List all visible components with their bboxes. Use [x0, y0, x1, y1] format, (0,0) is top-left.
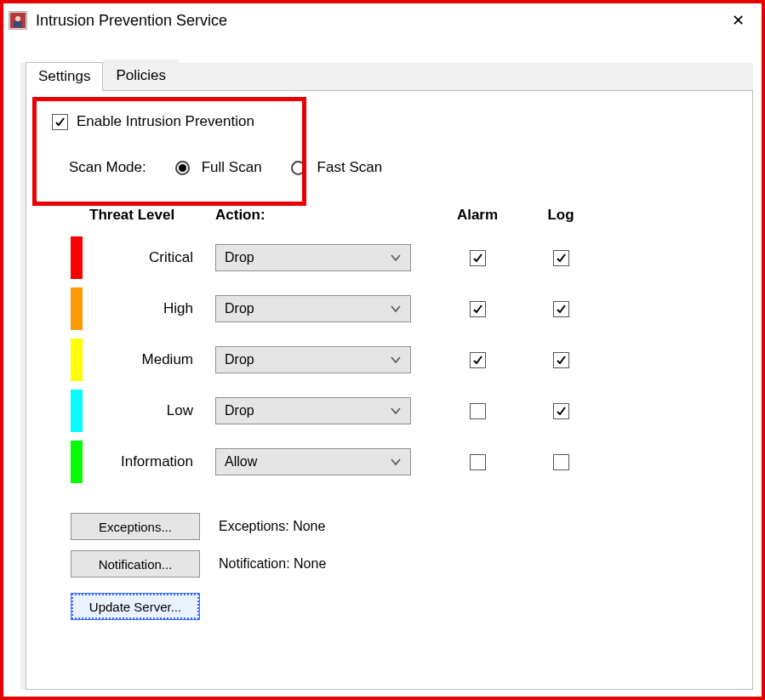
threat-row: HighDrop — [71, 283, 735, 334]
alarm-checkbox[interactable] — [470, 403, 486, 419]
action-select[interactable]: Drop — [215, 295, 411, 322]
notification-button[interactable]: Notification... — [71, 550, 200, 578]
enable-row: Enable Intrusion Prevention — [52, 113, 735, 130]
radio-fast-scan[interactable] — [291, 161, 305, 175]
threat-grid: Threat Level Action: Alarm Log CriticalD… — [71, 207, 735, 487]
close-icon: ✕ — [732, 11, 745, 30]
title-bar: Intrusion Prevention Service ✕ — [3, 3, 762, 37]
radio-full-scan-label: Full Scan — [202, 159, 262, 176]
close-button[interactable]: ✕ — [721, 7, 755, 34]
threat-color-swatch — [71, 390, 83, 432]
threat-name: High — [89, 300, 208, 317]
threat-name: Medium — [89, 351, 208, 368]
threat-color-swatch — [71, 441, 83, 483]
alarm-checkbox[interactable] — [470, 454, 486, 470]
threat-color-swatch — [71, 339, 83, 381]
bottom-section: Exceptions... Exceptions: None Notificat… — [71, 513, 735, 620]
chevron-down-icon — [390, 353, 402, 367]
tab-policies[interactable]: Policies — [103, 60, 179, 90]
update-server-button[interactable]: Update Server... — [71, 593, 200, 620]
action-select[interactable]: Drop — [215, 346, 411, 373]
threat-color-swatch — [71, 287, 83, 330]
scan-mode-row: Scan Mode: Full Scan Fast Scan — [69, 159, 735, 176]
threat-row: CriticalDrop — [71, 232, 735, 283]
client-area: Settings Policies Enable Intrusion Preve… — [20, 63, 753, 690]
svg-point-2 — [15, 16, 20, 21]
window-title: Intrusion Prevention Service — [36, 12, 721, 30]
exceptions-status: Exceptions: None — [219, 519, 325, 534]
action-value: Drop — [225, 301, 254, 316]
action-value: Allow — [225, 454, 257, 470]
alarm-checkbox[interactable] — [470, 352, 486, 368]
exceptions-button[interactable]: Exceptions... — [71, 513, 200, 540]
header-alarm: Alarm — [457, 207, 498, 224]
action-value: Drop — [225, 250, 254, 265]
threat-row: LowDrop — [71, 385, 735, 436]
action-value: Drop — [225, 403, 254, 418]
threat-name: Low — [89, 402, 208, 419]
notification-status: Notification: None — [219, 556, 326, 572]
chevron-down-icon — [390, 302, 402, 316]
threat-name: Information — [89, 453, 208, 470]
action-select[interactable]: Drop — [215, 397, 411, 424]
log-checkbox[interactable] — [553, 352, 569, 368]
app-window: Intrusion Prevention Service ✕ Settings … — [0, 0, 765, 700]
threat-row: InformationAllow — [71, 436, 735, 487]
alarm-checkbox[interactable] — [470, 301, 486, 317]
header-action: Action: — [215, 207, 428, 224]
button-label: Notification... — [99, 557, 173, 572]
tab-strip: Settings Policies — [26, 61, 179, 90]
action-value: Drop — [225, 352, 254, 367]
scan-mode-label: Scan Mode: — [69, 159, 146, 176]
chevron-down-icon — [390, 455, 402, 469]
log-checkbox[interactable] — [553, 250, 569, 266]
button-label: Update Server... — [89, 600, 181, 614]
radio-fast-scan-label: Fast Scan — [317, 159, 383, 176]
tab-label: Settings — [38, 68, 90, 84]
threat-color-swatch — [71, 236, 83, 279]
radio-full-scan[interactable] — [175, 161, 190, 175]
threat-row: MediumDrop — [71, 334, 735, 385]
tab-label: Policies — [116, 67, 166, 83]
log-checkbox[interactable] — [553, 454, 569, 470]
action-select[interactable]: Drop — [215, 244, 411, 271]
chevron-down-icon — [390, 251, 402, 265]
svg-rect-3 — [14, 21, 22, 27]
log-checkbox[interactable] — [553, 301, 569, 317]
action-select[interactable]: Allow — [215, 448, 411, 475]
enable-label: Enable Intrusion Prevention — [77, 113, 254, 130]
button-label: Exceptions... — [99, 520, 172, 534]
threat-name: Critical — [89, 249, 208, 266]
alarm-checkbox[interactable] — [470, 250, 486, 266]
threat-grid-header: Threat Level Action: Alarm Log — [71, 207, 735, 224]
log-checkbox[interactable] — [553, 403, 569, 419]
chevron-down-icon — [390, 404, 402, 418]
header-log: Log — [547, 207, 574, 224]
tab-panel-settings: Enable Intrusion Prevention Scan Mode: F… — [26, 90, 753, 690]
header-threat: Threat Level — [89, 207, 208, 224]
enable-checkbox[interactable] — [52, 114, 68, 130]
app-icon — [9, 11, 27, 30]
tab-settings[interactable]: Settings — [26, 62, 103, 91]
